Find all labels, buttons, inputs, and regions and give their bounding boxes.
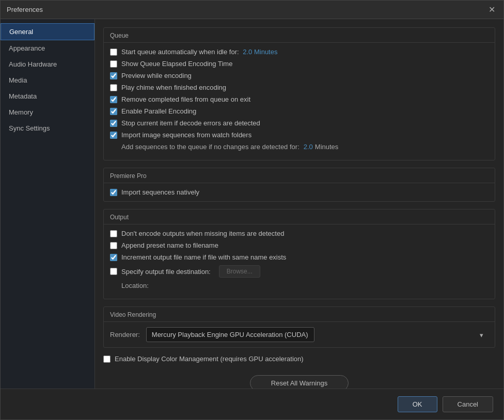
reset-btn-container: Reset All Warnings bbox=[103, 370, 495, 389]
location-row: Location: bbox=[121, 282, 489, 289]
sequence-sub-unit: Minutes bbox=[315, 143, 339, 151]
remove-completed-label: Remove completed files from queue on exi… bbox=[121, 95, 250, 103]
sidebar-item-sync-settings[interactable]: Sync Settings bbox=[1, 120, 94, 136]
sequence-sub-value: 2.0 bbox=[304, 143, 313, 151]
specify-destination-label: Specify output file destination: bbox=[121, 268, 211, 276]
location-label: Location: bbox=[121, 282, 149, 289]
queue-section: Queue Start queue automatically when idl… bbox=[103, 27, 495, 160]
queue-section-title: Queue bbox=[104, 28, 495, 43]
play-chime-label: Play chime when finished encoding bbox=[121, 84, 226, 91]
specify-destination-checkbox[interactable] bbox=[110, 268, 117, 275]
preferences-window: Preferences ✕ General Appearance Audio H… bbox=[0, 0, 504, 420]
output-body: Don't encode outputs when missing items … bbox=[104, 224, 495, 299]
output-section: Output Don't encode outputs when missing… bbox=[103, 209, 495, 299]
import-natively-row: Import sequences natively bbox=[110, 188, 489, 196]
specify-destination-row: Specify output file destination: Browse.… bbox=[110, 265, 489, 278]
browse-button[interactable]: Browse... bbox=[219, 265, 260, 278]
preview-encoding-row: Preview while encoding bbox=[110, 72, 489, 79]
stop-decode-row: Stop current item if decode errors are d… bbox=[110, 119, 489, 127]
append-preset-row: Append preset name to filename bbox=[110, 241, 489, 249]
parallel-encoding-row: Enable Parallel Encoding bbox=[110, 107, 489, 115]
auto-queue-row: Start queue automatically when idle for:… bbox=[110, 48, 489, 56]
queue-section-body: Start queue automatically when idle for:… bbox=[104, 43, 495, 160]
import-natively-checkbox[interactable] bbox=[110, 189, 117, 196]
auto-queue-checkbox[interactable] bbox=[110, 49, 117, 56]
dont-encode-row: Don't encode outputs when missing items … bbox=[110, 230, 489, 237]
elapsed-time-row: Show Queue Elapsed Encoding Time bbox=[110, 60, 489, 68]
video-rendering-section: Video Rendering Renderer: Mercury Playba… bbox=[103, 306, 495, 348]
sidebar-item-media[interactable]: Media bbox=[1, 72, 94, 88]
content-area: Queue Start queue automatically when idl… bbox=[95, 19, 503, 389]
color-management-label: Enable Display Color Management (require… bbox=[115, 355, 304, 363]
elapsed-time-checkbox[interactable] bbox=[110, 60, 117, 68]
close-button[interactable]: ✕ bbox=[486, 4, 497, 15]
increment-filename-checkbox[interactable] bbox=[110, 254, 117, 261]
sidebar: General Appearance Audio Hardware Media … bbox=[1, 19, 95, 389]
remove-completed-row: Remove completed files from queue on exi… bbox=[110, 95, 489, 103]
premiere-pro-title: Premiere Pro bbox=[104, 168, 495, 183]
play-chime-checkbox[interactable] bbox=[110, 84, 117, 91]
main-content: General Appearance Audio Hardware Media … bbox=[1, 19, 503, 389]
title-bar: Preferences ✕ bbox=[1, 1, 503, 19]
video-rendering-title: Video Rendering bbox=[104, 307, 495, 322]
parallel-encoding-checkbox[interactable] bbox=[110, 108, 117, 115]
sidebar-item-general[interactable]: General bbox=[1, 23, 94, 40]
import-sequences-row: Import image sequences from watch folder… bbox=[110, 131, 489, 139]
renderer-label: Renderer: bbox=[110, 331, 140, 338]
play-chime-row: Play chime when finished encoding bbox=[110, 84, 489, 91]
sidebar-item-appearance[interactable]: Appearance bbox=[1, 40, 94, 56]
premiere-pro-body: Import sequences natively bbox=[104, 183, 495, 201]
footer: OK Cancel bbox=[1, 389, 503, 419]
import-natively-label: Import sequences natively bbox=[121, 188, 199, 196]
elapsed-time-label: Show Queue Elapsed Encoding Time bbox=[121, 60, 232, 68]
renderer-select[interactable]: Mercury Playback Engine GPU Acceleration… bbox=[146, 327, 314, 342]
color-management-checkbox[interactable] bbox=[103, 356, 111, 363]
remove-completed-checkbox[interactable] bbox=[110, 96, 117, 103]
preview-encoding-checkbox[interactable] bbox=[110, 72, 117, 79]
reset-all-warnings-button[interactable]: Reset All Warnings bbox=[250, 375, 349, 389]
color-management-row: Enable Display Color Management (require… bbox=[103, 355, 495, 363]
premiere-pro-section: Premiere Pro Import sequences natively bbox=[103, 168, 495, 202]
sidebar-item-audio-hardware[interactable]: Audio Hardware bbox=[1, 56, 94, 72]
append-preset-checkbox[interactable] bbox=[110, 242, 117, 249]
import-sequences-label: Import image sequences from watch folder… bbox=[121, 131, 251, 139]
ok-button[interactable]: OK bbox=[398, 396, 437, 412]
dont-encode-checkbox[interactable] bbox=[110, 230, 117, 237]
sequence-sub-row: Add sequences to the queue if no changes… bbox=[121, 143, 489, 151]
dont-encode-label: Don't encode outputs when missing items … bbox=[121, 230, 284, 237]
sidebar-item-metadata[interactable]: Metadata bbox=[1, 88, 94, 104]
stop-decode-label: Stop current item if decode errors are d… bbox=[121, 119, 260, 127]
parallel-encoding-label: Enable Parallel Encoding bbox=[121, 107, 196, 115]
renderer-row: Renderer: Mercury Playback Engine GPU Ac… bbox=[104, 322, 495, 347]
auto-queue-label: Start queue automatically when idle for:… bbox=[121, 48, 277, 56]
sidebar-item-memory[interactable]: Memory bbox=[1, 104, 94, 120]
cancel-button[interactable]: Cancel bbox=[443, 396, 493, 412]
increment-filename-row: Increment output file name if file with … bbox=[110, 253, 489, 261]
stop-decode-checkbox[interactable] bbox=[110, 120, 117, 127]
output-title: Output bbox=[104, 209, 495, 224]
sequence-sub-label: Add sequences to the queue if no changes… bbox=[121, 143, 300, 151]
append-preset-label: Append preset name to filename bbox=[121, 241, 218, 249]
window-title: Preferences bbox=[7, 6, 43, 13]
renderer-select-wrapper: Mercury Playback Engine GPU Acceleration… bbox=[146, 327, 489, 342]
preview-encoding-label: Preview while encoding bbox=[121, 72, 192, 79]
import-sequences-checkbox[interactable] bbox=[110, 132, 117, 139]
auto-queue-value: 2.0 Minutes bbox=[243, 48, 277, 56]
increment-filename-label: Increment output file name if file with … bbox=[121, 253, 286, 261]
